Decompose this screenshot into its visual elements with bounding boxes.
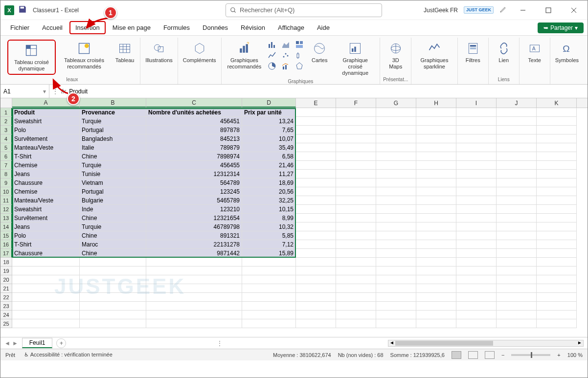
cell[interactable]: Sweatshirt xyxy=(12,117,80,126)
cell[interactable] xyxy=(336,161,376,170)
cell[interactable]: Chine xyxy=(80,231,146,240)
cell[interactable] xyxy=(416,214,456,222)
cell[interactable] xyxy=(497,267,537,275)
cell[interactable] xyxy=(416,152,456,161)
cell[interactable]: Maroc xyxy=(80,240,146,249)
cell[interactable] xyxy=(296,284,336,293)
cell[interactable]: Vietnam xyxy=(80,178,146,187)
table-row[interactable]: 2SweatshirtTurquie45645113,24 xyxy=(0,117,588,126)
cell[interactable] xyxy=(296,214,336,222)
cell[interactable] xyxy=(242,302,296,311)
pivot-table-button[interactable]: Tableau croisé dynamique xyxy=(7,40,56,75)
cell[interactable] xyxy=(146,293,242,302)
tab-mise-en-page[interactable]: Mise en page xyxy=(107,21,157,34)
cell[interactable]: 123210 xyxy=(146,205,242,214)
cell[interactable]: 897878 xyxy=(146,126,242,134)
cell[interactable] xyxy=(416,311,456,319)
cell[interactable] xyxy=(336,275,376,284)
cell[interactable]: 7,65 xyxy=(242,126,296,134)
cell[interactable]: Manteau/Veste xyxy=(12,143,80,152)
cell[interactable] xyxy=(296,152,336,161)
cell[interactable] xyxy=(416,222,456,231)
tab-formules[interactable]: Formules xyxy=(158,21,196,34)
cell[interactable] xyxy=(376,319,416,328)
cell[interactable] xyxy=(376,117,416,126)
tab-aide[interactable]: Aide xyxy=(311,21,336,34)
name-box[interactable]: A1▾ xyxy=(0,85,49,98)
cell[interactable] xyxy=(242,267,296,275)
pen-icon[interactable] xyxy=(499,5,507,15)
cell[interactable]: Prix par unité xyxy=(242,108,296,117)
cell[interactable] xyxy=(80,284,146,293)
cell[interactable]: T-Shirt xyxy=(12,152,80,161)
cell[interactable] xyxy=(12,267,80,275)
cell[interactable] xyxy=(497,240,537,249)
row-header[interactable]: 14 xyxy=(0,222,12,231)
scroll-right-icon[interactable]: ► xyxy=(577,340,582,345)
cell[interactable] xyxy=(537,284,577,293)
row-header[interactable]: 16 xyxy=(0,240,12,249)
cell[interactable]: Chemise xyxy=(12,187,80,196)
table-row[interactable]: 7ChemiseTurquie45645521,46 xyxy=(0,161,588,170)
cell[interactable] xyxy=(336,152,376,161)
cell[interactable] xyxy=(497,214,537,222)
cell[interactable]: 10,07 xyxy=(242,134,296,143)
cell[interactable]: 5465789 xyxy=(146,196,242,205)
row-header[interactable]: 23 xyxy=(0,302,12,311)
cell[interactable] xyxy=(456,161,497,170)
cell[interactable]: Chine xyxy=(80,152,146,161)
cell[interactable]: 456455 xyxy=(146,161,242,170)
cell[interactable]: 13,24 xyxy=(242,117,296,126)
cell[interactable]: Turquie xyxy=(80,222,146,231)
cell[interactable]: 123245 xyxy=(146,187,242,196)
cell[interactable] xyxy=(416,117,456,126)
row-header[interactable]: 7 xyxy=(0,161,12,170)
cell[interactable]: Portugal xyxy=(80,187,146,196)
cell[interactable] xyxy=(537,240,577,249)
cell[interactable] xyxy=(376,178,416,187)
cell[interactable] xyxy=(336,319,376,328)
cell[interactable] xyxy=(336,178,376,187)
combo-chart-icon[interactable] xyxy=(280,61,292,71)
cell[interactable] xyxy=(376,196,416,205)
cell[interactable] xyxy=(416,170,456,178)
cell[interactable] xyxy=(296,275,336,284)
col-header-H[interactable]: H xyxy=(416,98,456,108)
spreadsheet-grid[interactable]: JUSTGEEK A B C D E F G H I J K 1ProduitP… xyxy=(0,98,588,337)
cell[interactable]: Produit xyxy=(12,108,80,117)
cell[interactable] xyxy=(376,258,416,267)
cell[interactable] xyxy=(537,231,577,240)
cell[interactable] xyxy=(537,134,577,143)
cell[interactable] xyxy=(376,161,416,170)
cell[interactable] xyxy=(242,293,296,302)
cell[interactable] xyxy=(376,205,416,214)
cell[interactable] xyxy=(497,231,537,240)
cell[interactable] xyxy=(336,170,376,178)
cell[interactable] xyxy=(336,108,376,117)
cell[interactable]: 22131278 xyxy=(146,240,242,249)
cell[interactable] xyxy=(416,187,456,196)
table-row[interactable]: 4SurvêtementBangladesh84521310,07 xyxy=(0,134,588,143)
cell[interactable] xyxy=(416,134,456,143)
cell[interactable] xyxy=(12,319,80,328)
row-header[interactable]: 12 xyxy=(0,205,12,214)
radar-chart-icon[interactable] xyxy=(294,61,305,71)
cell[interactable] xyxy=(537,249,577,258)
cell[interactable] xyxy=(336,231,376,240)
col-header-K[interactable]: K xyxy=(537,98,577,108)
cell[interactable] xyxy=(296,126,336,134)
cell[interactable]: Provenance xyxy=(80,108,146,117)
cell[interactable] xyxy=(456,134,497,143)
cell[interactable] xyxy=(296,311,336,319)
cell[interactable]: Turquie xyxy=(80,117,146,126)
cell[interactable] xyxy=(336,222,376,231)
table-row[interactable]: 13SurvêtementChine123216548,99 xyxy=(0,214,588,222)
cell[interactable] xyxy=(497,126,537,134)
horizontal-scrollbar[interactable]: ◄► xyxy=(388,340,584,347)
col-header-D[interactable]: D xyxy=(242,98,296,108)
cell[interactable] xyxy=(537,302,577,311)
cell[interactable] xyxy=(456,231,497,240)
cell[interactable]: T-Shirt xyxy=(12,240,80,249)
cell[interactable] xyxy=(296,240,336,249)
cell[interactable] xyxy=(336,249,376,258)
